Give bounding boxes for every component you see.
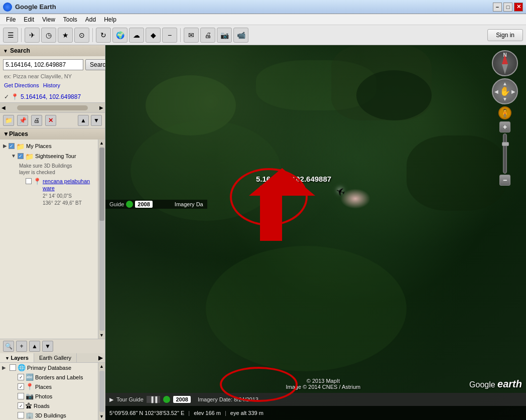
layer-item-3d[interactable]: 🏢 3D Buildings <box>0 410 105 420</box>
rencana-link[interactable]: rencana pelabuhan ware <box>43 178 90 191</box>
terrain-patch-4 <box>206 246 407 371</box>
layer-item-photos[interactable]: 📷 Photos <box>0 391 105 401</box>
history-link[interactable]: History <box>43 82 60 88</box>
places-header[interactable]: ▼ Places <box>0 128 105 139</box>
cb-roads[interactable]: ✓ <box>18 402 24 409</box>
icon-3d: 🏢 <box>26 411 34 419</box>
get-directions-link[interactable]: Get Directions <box>4 82 39 88</box>
pan-control[interactable]: ▲ ▼ ◀ ▶ ✋ <box>492 78 518 104</box>
map-area[interactable]: Guide 2008 Imagery Da ✈ 5.164164, 102.64… <box>105 45 526 420</box>
cb-primary-db[interactable] <box>10 364 16 371</box>
layer-item-places[interactable]: ✓ 📍 Places <box>0 382 105 391</box>
layer-item-primary-db[interactable]: ▶ 🌐 Primary Database <box>0 363 105 372</box>
cb-3d[interactable] <box>18 412 24 418</box>
search-in-places-button[interactable]: 🔍 <box>3 341 14 352</box>
tree-item-sightseeing[interactable]: ▼ ✓ 📁 Sightseeing Tour <box>8 152 105 162</box>
scroll-area[interactable]: ◀ ▶ <box>0 103 105 113</box>
toolbar: ☰ ✈ ◷ ★ ⊙ ↻ 🌍 ☁ ◆ − ✉ 🖨 📷 📹 Sign in <box>0 25 526 45</box>
toolbar-time[interactable]: ◷ <box>41 28 56 43</box>
print-button[interactable]: 🖨 <box>31 115 42 126</box>
toolbar-planets[interactable]: ⊙ <box>74 28 89 43</box>
down-button[interactable]: ▼ <box>42 341 53 352</box>
toolbar-toggle-sidebar[interactable]: ☰ <box>3 28 18 43</box>
up-button[interactable]: ▲ <box>29 341 40 352</box>
expand-sightseeing[interactable]: ▼ <box>11 153 16 159</box>
move-up-button[interactable]: ▲ <box>78 115 89 126</box>
expand-primary-db[interactable]: ▶ <box>2 365 8 370</box>
tab-earth-gallery[interactable]: Earth Gallery <box>34 353 77 362</box>
toolbar-globe[interactable]: 🌍 <box>112 28 127 43</box>
menu-edit[interactable]: Edit <box>20 15 38 24</box>
pan-hand-icon: ✋ <box>499 86 510 97</box>
menu-file[interactable]: File <box>2 15 20 24</box>
add-content-button[interactable]: + <box>16 341 27 352</box>
zoom-in-button[interactable]: + <box>499 121 510 132</box>
app-icon <box>3 3 12 12</box>
layers-scroll-down[interactable]: ▼ <box>98 413 105 420</box>
label-roads: Roads <box>34 403 50 409</box>
result-coords-link[interactable]: 5.164164, 102.649887 <box>21 93 81 100</box>
scroll-left-arrow[interactable]: ◀ <box>0 105 7 110</box>
layers-scrollbar[interactable]: ▲ ▼ <box>98 363 105 420</box>
layer-item-roads[interactable]: ✓ 🛣 Roads <box>0 401 105 410</box>
result-checkmark: ✓ <box>4 93 9 100</box>
toolbar-video[interactable]: 📹 <box>233 28 248 43</box>
menu-tools[interactable]: Tools <box>59 15 81 24</box>
navigation-controls: N ▲ ▼ ◀ ▶ ✋ 🧍 + <box>492 50 518 186</box>
places-scrollbar[interactable]: ▲ ▼ <box>98 139 105 339</box>
streetview-person[interactable]: 🧍 <box>498 106 511 119</box>
tour-pause-button[interactable]: ▐▐ <box>147 396 161 403</box>
tab-layers[interactable]: Layers <box>0 353 34 362</box>
toolbar-weather[interactable]: ☁ <box>129 28 144 43</box>
cb-places-layer[interactable]: ✓ <box>18 383 24 390</box>
toolbar-print[interactable]: 🖨 <box>200 28 215 43</box>
places-section: ▼ Places ▶ ✓ 📁 My Places ▼ ✓ 📁 Sightseei… <box>0 128 105 420</box>
scroll-down-arrow[interactable]: ▼ <box>98 332 105 339</box>
tree-item-rencana[interactable]: 📍 rencana pelabuhan ware 2° 14' 00,0"S13… <box>8 177 105 207</box>
compass-arrow-south <box>502 64 508 74</box>
toolbar-camera[interactable]: 📷 <box>217 28 232 43</box>
layer-item-borders[interactable]: ✓ 🔤 Borders and Labels <box>0 372 105 382</box>
cb-photos[interactable] <box>18 393 24 399</box>
menu-help[interactable]: Help <box>100 15 120 24</box>
toolbar-sun[interactable]: ★ <box>58 28 73 43</box>
toolbar-email[interactable]: ✉ <box>184 28 199 43</box>
tree-item-my-places[interactable]: ▶ ✓ 📁 My Places <box>0 142 105 152</box>
menu-add[interactable]: Add <box>81 15 100 24</box>
pan-left-arrow: ◀ <box>494 89 498 94</box>
compass-control[interactable]: N <box>492 50 518 76</box>
folder-sightseeing-icon: 📁 <box>25 153 34 161</box>
scroll-right-arrow[interactable]: ▶ <box>98 105 105 110</box>
add-placemark-button[interactable]: 📌 <box>17 115 28 126</box>
icons-bar: 📁 📌 🖨 ✕ ▲ ▼ <box>0 113 105 128</box>
scroll-up-arrow[interactable]: ▲ <box>98 139 105 147</box>
cb-my-places[interactable]: ✓ <box>9 143 15 149</box>
layers-scroll-up[interactable]: ▲ <box>98 363 105 370</box>
toolbar-minus[interactable]: − <box>162 28 177 43</box>
minimize-button[interactable]: − <box>493 3 502 12</box>
move-down-button[interactable]: ▼ <box>91 115 102 126</box>
layers-options-button[interactable]: ▶ <box>96 353 105 362</box>
cb-rencana[interactable] <box>26 178 32 184</box>
search-header[interactable]: ▼ Search <box>0 45 105 56</box>
cb-borders[interactable]: ✓ <box>18 374 24 380</box>
toolbar-refresh[interactable]: ↻ <box>96 28 111 43</box>
tour-play-button[interactable]: ▶ <box>109 396 113 403</box>
result-pin-icon: 📍 <box>11 93 19 100</box>
signin-button[interactable]: Sign in <box>487 29 523 41</box>
add-folder-button[interactable]: 📁 <box>3 115 14 126</box>
zoom-out-button[interactable]: − <box>499 175 510 186</box>
delete-button[interactable]: ✕ <box>45 115 56 126</box>
toolbar-fly[interactable]: ✈ <box>25 28 40 43</box>
cb-sightseeing[interactable]: ✓ <box>18 153 24 159</box>
close-button[interactable]: ✕ <box>514 3 523 12</box>
search-collapse-arrow: ▼ <box>3 48 8 54</box>
toolbar-separator-3 <box>180 28 181 42</box>
zoom-track[interactable] <box>503 133 507 174</box>
menu-view[interactable]: View <box>38 15 59 24</box>
expand-my-places[interactable]: ▶ <box>3 143 7 149</box>
search-input[interactable] <box>3 59 83 70</box>
terrain-dark-1 <box>356 70 432 120</box>
toolbar-diamond[interactable]: ◆ <box>146 28 161 43</box>
maximize-button[interactable]: □ <box>503 3 512 12</box>
